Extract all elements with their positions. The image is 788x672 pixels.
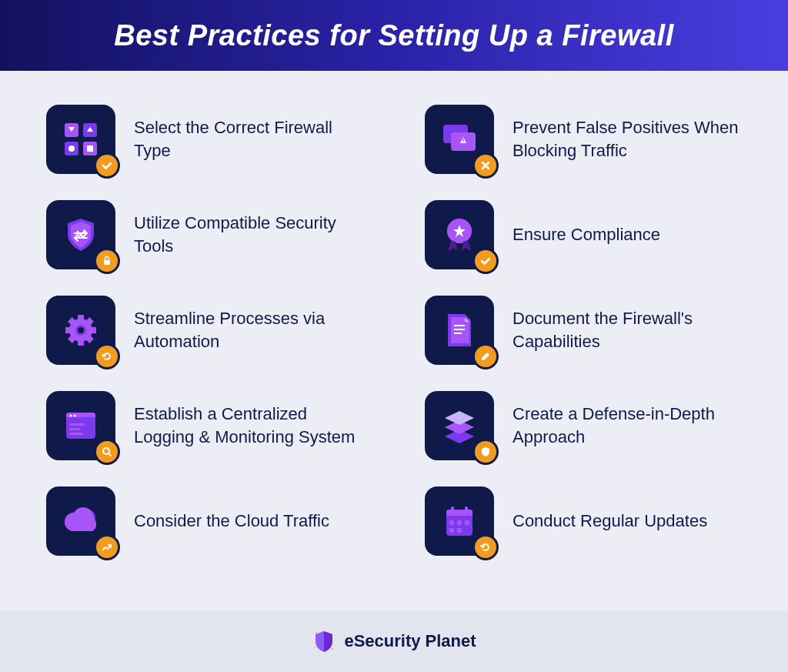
check-badge-icon: [94, 152, 120, 179]
svg-rect-38: [457, 528, 462, 533]
practice-item: Create a Defense-in-Depth Approach: [425, 391, 742, 460]
calendar-icon: [425, 486, 494, 556]
svg-point-40: [332, 648, 333, 650]
automation-icon: [46, 296, 115, 365]
svg-rect-36: [465, 520, 469, 525]
page-header: Best Practices for Setting Up a Firewall: [0, 0, 788, 71]
svg-rect-10: [104, 260, 110, 265]
svg-rect-17: [454, 329, 465, 330]
svg-point-39: [316, 632, 317, 634]
false-positive-icon: [425, 105, 494, 174]
svg-rect-21: [66, 417, 95, 419]
security-tools-icon: [46, 200, 115, 269]
practice-item: Consider the Cloud Traffic: [46, 486, 363, 556]
svg-rect-26: [69, 433, 83, 435]
practices-grid: Select the Correct Firewall Type Prevent…: [0, 71, 788, 610]
svg-rect-35: [457, 520, 462, 525]
pencil-badge-icon: [472, 343, 499, 369]
brand-shield-icon: [312, 629, 336, 654]
svg-rect-18: [454, 333, 462, 334]
compliance-icon: [425, 200, 494, 269]
document-icon: [425, 296, 494, 365]
svg-rect-16: [454, 325, 465, 326]
svg-rect-31: [446, 516, 472, 517]
svg-point-15: [78, 327, 84, 333]
svg-point-4: [68, 145, 75, 152]
svg-rect-24: [69, 423, 85, 426]
svg-rect-9: [462, 139, 464, 141]
practice-item: Streamline Processes via Automation: [46, 296, 363, 365]
practice-label: Create a Defense-in-Depth Approach: [513, 403, 742, 448]
trend-badge-icon: [94, 534, 120, 560]
footer-branding: eSecurity Planet: [0, 610, 788, 672]
practice-item: Document the Firewall's Capabilities: [425, 296, 742, 365]
logging-icon: [46, 391, 115, 460]
search-badge-icon: [94, 439, 120, 465]
practice-item: Select the Correct Firewall Type: [46, 105, 363, 174]
practice-label: Prevent False Positives When Blocking Tr…: [513, 116, 742, 162]
svg-point-8: [462, 141, 464, 142]
refresh-badge-icon: [94, 343, 120, 369]
x-badge-icon: [472, 152, 499, 179]
practice-item: Prevent False Positives When Blocking Tr…: [425, 105, 742, 174]
firewall-type-icon: [46, 105, 115, 174]
svg-rect-34: [449, 520, 454, 525]
practice-item: Conduct Regular Updates: [425, 486, 742, 556]
practice-label: Utilize Compatible Security Tools: [134, 212, 363, 257]
practice-item: Utilize Compatible Security Tools: [46, 200, 363, 269]
cloud-icon: [46, 486, 115, 556]
practice-label: Consider the Cloud Traffic: [134, 510, 329, 533]
page-title: Best Practices for Setting Up a Firewall: [114, 19, 673, 52]
check-badge-icon: [472, 248, 499, 274]
svg-rect-37: [449, 528, 454, 533]
practice-item: Ensure Compliance: [425, 200, 742, 269]
svg-rect-33: [465, 507, 468, 513]
practice-label: Document the Firewall's Capabilities: [513, 307, 742, 353]
svg-point-41: [315, 647, 316, 648]
svg-point-22: [70, 415, 72, 417]
svg-rect-25: [69, 428, 80, 430]
shield-badge-icon: [472, 439, 499, 465]
practice-label: Ensure Compliance: [513, 223, 660, 246]
practice-label: Establish a Centralized Logging & Monito…: [134, 403, 363, 448]
practice-label: Conduct Regular Updates: [513, 510, 707, 533]
practice-label: Select the Correct Firewall Type: [134, 116, 363, 162]
layers-icon: [425, 391, 494, 460]
lock-badge-icon: [94, 248, 120, 274]
svg-point-23: [74, 415, 76, 417]
svg-rect-32: [451, 507, 454, 513]
practice-label: Streamline Processes via Automation: [134, 307, 363, 353]
brand-name: eSecurity Planet: [344, 631, 476, 651]
practice-item: Establish a Centralized Logging & Monito…: [46, 391, 363, 460]
svg-rect-5: [87, 145, 93, 152]
refresh-badge-icon: [472, 534, 499, 560]
